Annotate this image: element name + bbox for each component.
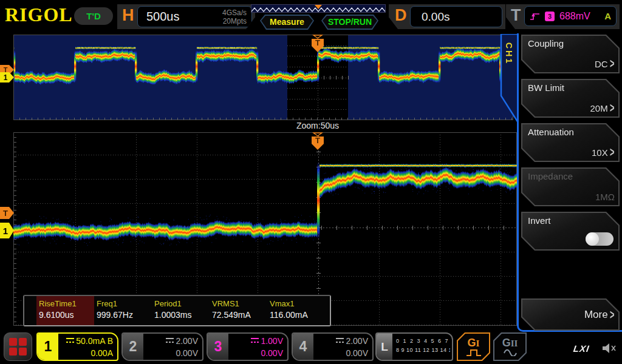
overview-waveform-display[interactable] — [13, 35, 513, 120]
overview-channel1-flag[interactable]: 1 — [0, 72, 15, 83]
digital-label[interactable]: L — [377, 334, 392, 360]
dc-coupling-icon — [66, 338, 74, 343]
chevron-right-icon: > — [610, 307, 614, 322]
zoom-channel1-flag[interactable]: 1 — [0, 223, 15, 238]
chevron-right-icon: > — [610, 101, 614, 115]
channel1-offset: 0.00A — [66, 348, 113, 360]
trigger-label: T — [511, 6, 521, 25]
trigger-panel[interactable]: T 3 688mV A — [506, 4, 620, 29]
speaker-muted-icon[interactable] — [601, 342, 617, 354]
channel4-offset: 0.00V — [336, 348, 368, 360]
menu-item-impedance: Impedance 1MΩ — [521, 167, 620, 206]
channel2-scale: 2.00V — [176, 336, 198, 346]
measurement-freq[interactable]: Freq1 999.67Hz — [94, 296, 152, 325]
svg-text:T: T — [3, 209, 8, 218]
channel3-status-block[interactable]: 3 1.00V 0.00V — [207, 332, 289, 361]
pulse-icon — [466, 349, 482, 356]
measurement-vrms[interactable]: VRMS1 72.549mA — [210, 296, 267, 325]
memory-depth: 20Mpts — [222, 17, 247, 25]
horizontal-label: H — [122, 6, 134, 25]
svg-text:1: 1 — [3, 226, 8, 236]
channel2-number[interactable]: 2 — [123, 334, 143, 360]
svg-text:T: T — [315, 38, 320, 47]
rising-edge-icon — [530, 12, 540, 21]
digital-channels-block[interactable]: L 0 1 2 3 4 5 6 7 8 9 10 11 12 13 14 15 — [375, 332, 453, 361]
channel1-bw-flag: B — [108, 336, 113, 346]
zoom-trigger-level-flag[interactable]: T — [0, 207, 15, 219]
menu-item-coupling[interactable]: Coupling DC> — [521, 35, 620, 73]
dc-coupling-icon — [336, 338, 344, 343]
digital-row-8-15: 8 9 10 11 12 13 14 15 — [396, 347, 450, 353]
delay-panel[interactable]: D 0.00s — [389, 4, 505, 29]
trigger-status-badge: T'D — [74, 7, 113, 25]
menu-item-invert[interactable]: Invert — [521, 212, 620, 251]
channel1-number[interactable]: 1 — [38, 334, 58, 360]
measurement-panel[interactable]: RiseTime1 9.6100us Freq1 999.67Hz Period… — [23, 295, 331, 326]
channel2-status-block[interactable]: 2 2.00V 0.00V — [121, 332, 203, 361]
oscilloscope-screen: RIGOL T'D H 500us 4GSa/s 20Mpts Measure … — [0, 0, 622, 364]
channel4-number[interactable]: 4 — [293, 334, 313, 360]
horizontal-timebase-panel[interactable]: H 500us 4GSa/s 20Mpts — [117, 4, 255, 29]
measure-button[interactable]: Measure — [260, 15, 314, 30]
chevron-right-icon: > — [610, 56, 614, 71]
svg-text:1: 1 — [4, 73, 8, 82]
trigger-source-badge: 3 — [545, 12, 555, 21]
toggle-knob-icon — [586, 232, 599, 246]
trigger-box: 3 688mV A — [524, 6, 617, 26]
waveform-position-bar[interactable] — [251, 4, 386, 13]
menu-item-bw-limit[interactable]: BW Limit 20M> — [521, 79, 620, 118]
acquisition-info: 4GSa/s 20Mpts — [222, 8, 247, 26]
dc-coupling-icon — [251, 338, 259, 343]
channel3-number[interactable]: 3 — [208, 334, 228, 360]
delay-value: 0.00s — [422, 7, 449, 27]
chevron-right-icon: > — [610, 145, 614, 160]
sidebar-tab-ch1[interactable]: CH1 — [504, 42, 514, 65]
channel3-scale: 1.00V — [261, 336, 283, 346]
channel4-scale: 2.00V — [346, 336, 368, 346]
delay-box: 0.00s — [410, 6, 502, 27]
channel3-offset: 0.00V — [251, 348, 283, 360]
zoom-trigger-position-marker[interactable]: T — [310, 132, 325, 150]
timebase-value: 500us — [146, 7, 180, 27]
sample-rate: 4GSa/s — [222, 8, 247, 17]
trigger-mode: A — [604, 11, 611, 21]
menu-item-more[interactable]: More> — [521, 298, 620, 331]
channel2-offset: 0.00V — [166, 348, 198, 360]
timebase-box: 500us 4GSa/s 20Mpts — [137, 6, 252, 27]
svg-text:T: T — [315, 136, 320, 145]
channel1-scale: 50.0mA — [76, 336, 104, 346]
stop-run-button[interactable]: STOP/RUN — [321, 15, 378, 30]
measurement-risetime[interactable]: RiseTime1 9.6100us — [36, 296, 94, 325]
generator2-button[interactable]: GII — [493, 332, 527, 361]
measurement-period[interactable]: Period1 1.0003ms — [152, 296, 210, 325]
dc-coupling-icon — [166, 338, 174, 343]
trigger-level-value: 688mV — [559, 11, 590, 22]
generator1-button[interactable]: GI — [457, 332, 490, 361]
lxi-logo: LXI — [573, 343, 590, 354]
digital-row-0-7: 0 1 2 3 4 5 6 7 — [396, 338, 450, 344]
overview-trigger-position-marker[interactable]: T — [310, 35, 325, 53]
invert-toggle[interactable] — [586, 232, 613, 246]
brand-logo: RIGOL — [5, 4, 73, 26]
menu-item-attenuation[interactable]: Attenuation 10X> — [521, 123, 620, 162]
app-menu-icon[interactable] — [4, 332, 32, 361]
channel1-status-block[interactable]: 1 50.0mA B 0.00A — [36, 332, 118, 361]
sine-icon — [503, 349, 518, 356]
channel4-status-block[interactable]: 4 2.00V 0.00V — [292, 332, 374, 361]
delay-label: D — [395, 6, 407, 25]
trigger-position-marker-icon[interactable] — [315, 5, 322, 9]
measurement-vmax[interactable]: Vmax1 116.00mA — [267, 296, 325, 325]
zoom-timebase-label: Zoom:50us — [263, 121, 372, 130]
